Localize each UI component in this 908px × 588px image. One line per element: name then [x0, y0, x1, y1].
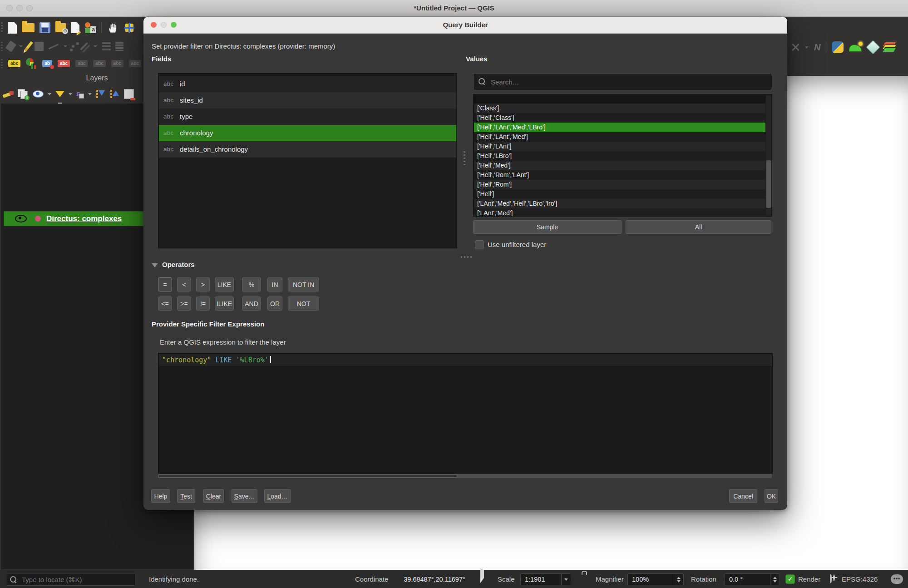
- new-project-icon[interactable]: [8, 22, 17, 34]
- magnifier-spin-buttons[interactable]: [674, 574, 683, 585]
- save-project-icon[interactable]: [39, 22, 50, 33]
- layer-visibility-icon[interactable]: [15, 215, 27, 222]
- op-and-button[interactable]: AND: [242, 296, 261, 311]
- op-ilike-button[interactable]: ILIKE: [215, 296, 234, 311]
- layer-styling-icon[interactable]: [2, 89, 14, 99]
- value-row[interactable]: ['Hell','Rom','LAnt']: [474, 170, 771, 180]
- scale-combobox[interactable]: [520, 573, 571, 585]
- value-row[interactable]: ['Hell','LAnt']: [474, 142, 771, 151]
- scale-dropdown[interactable]: [561, 574, 571, 585]
- toggle-editing-icon[interactable]: [27, 41, 30, 52]
- op-less-button[interactable]: <: [177, 277, 191, 292]
- scale-input[interactable]: [524, 574, 558, 584]
- remove-layer-icon[interactable]: [124, 89, 134, 99]
- clear-button[interactable]: Clear: [203, 489, 224, 503]
- rotation-spin-buttons[interactable]: [770, 574, 780, 585]
- value-row[interactable]: ['Hell','LBro']: [474, 151, 771, 161]
- field-row[interactable]: abcsites_id: [159, 92, 456, 109]
- zoom-full-icon[interactable]: [123, 22, 135, 34]
- layer-labeling-icon[interactable]: abc: [8, 60, 20, 67]
- use-unfiltered-checkbox[interactable]: [475, 240, 484, 249]
- expression-scrollbar[interactable]: [158, 474, 772, 478]
- value-row-selected[interactable]: ['Hell','LAnt','Med','LBro']: [474, 123, 771, 132]
- value-row[interactable]: ['Class']: [474, 104, 771, 113]
- value-row[interactable]: ['Hell','LAnt','Med']: [474, 132, 771, 142]
- expression-editor[interactable]: "chronology" LIKE '%LBro%': [158, 353, 773, 474]
- expand-all-icon[interactable]: [96, 89, 106, 99]
- messages-icon[interactable]: •••: [891, 574, 903, 584]
- locator-search[interactable]: [6, 573, 135, 586]
- locator-input[interactable]: [21, 574, 132, 584]
- processing-gem-icon[interactable]: [868, 42, 878, 52]
- op-like-button[interactable]: LIKE: [215, 277, 234, 292]
- values-scrollbar[interactable]: [765, 95, 771, 215]
- value-row[interactable]: ['Hell']: [474, 189, 771, 199]
- sample-button[interactable]: Sample: [473, 220, 622, 234]
- rotation-input[interactable]: [728, 574, 765, 584]
- collapse-all-icon[interactable]: [110, 89, 120, 99]
- value-row[interactable]: ['Hell','Rom']: [474, 180, 771, 189]
- layer-diagram-icon[interactable]: [26, 58, 37, 69]
- toolbar-handle[interactable]: [1, 59, 3, 68]
- highlight-labels-icon[interactable]: abc: [58, 60, 70, 67]
- magnifier-input[interactable]: [631, 574, 669, 584]
- mouse-tracking-icon[interactable]: [480, 570, 484, 578]
- expression-heading: Provider Specific Filter Expression: [152, 320, 264, 328]
- all-button[interactable]: All: [626, 220, 771, 234]
- op-or-button[interactable]: OR: [267, 296, 282, 311]
- map-layers-plugin-icon[interactable]: [883, 42, 896, 53]
- pin-labels-icon[interactable]: ab: [42, 60, 52, 67]
- value-row[interactable]: [474, 95, 771, 104]
- op-not-in-button[interactable]: NOT IN: [288, 277, 319, 292]
- field-row-selected[interactable]: abcchronology: [159, 125, 456, 141]
- op-neq-button[interactable]: !=: [196, 296, 210, 311]
- ok-button[interactable]: OK: [765, 489, 778, 503]
- magnifier-spinbox[interactable]: [627, 573, 684, 585]
- field-row[interactable]: abcdetails_on_chronology: [159, 141, 456, 158]
- python-console-icon[interactable]: [832, 41, 844, 53]
- values-search[interactable]: [473, 73, 772, 90]
- field-row[interactable]: abcid: [159, 76, 456, 92]
- op-gte-button[interactable]: >=: [177, 296, 191, 311]
- saga-plugin-icon[interactable]: [849, 42, 863, 53]
- op-percent-button[interactable]: %: [242, 277, 261, 292]
- symbology-icon[interactable]: a: [84, 22, 96, 34]
- op-greater-button[interactable]: >: [196, 277, 210, 292]
- layer-symbol-point[interactable]: [35, 216, 41, 222]
- op-in-button[interactable]: IN: [267, 277, 282, 292]
- value-row[interactable]: ['LAnt','Med','Hell','LBro','Iro']: [474, 199, 771, 208]
- value-row[interactable]: ['LAnt','Med']: [474, 208, 771, 217]
- value-row[interactable]: ['Hell','Class']: [474, 113, 771, 123]
- render-checkbox[interactable]: ✓: [785, 574, 795, 584]
- values-search-input[interactable]: [490, 74, 769, 89]
- chevron-down-icon: [48, 93, 51, 95]
- help-button[interactable]: Help: [151, 489, 170, 503]
- operators-collapse-icon[interactable]: [152, 263, 158, 267]
- splitter-handle-vertical[interactable]: [464, 151, 465, 165]
- value-row[interactable]: ['Hell','Med']: [474, 161, 771, 170]
- style-manager-icon[interactable]: [71, 22, 79, 33]
- op-lte-button[interactable]: <=: [158, 296, 172, 311]
- pan-map-icon[interactable]: [107, 22, 118, 34]
- crs-indicator[interactable]: EPSG:4326: [842, 570, 878, 588]
- op-not-button[interactable]: NOT: [288, 296, 319, 311]
- op-equals-button[interactable]: =: [158, 277, 172, 292]
- filter-legend-icon[interactable]: [55, 91, 64, 97]
- field-row[interactable]: abctype: [159, 109, 456, 125]
- toolbar-handle[interactable]: [1, 22, 3, 33]
- project-properties-icon[interactable]: ⚙: [55, 23, 66, 32]
- save-button[interactable]: Save…: [232, 489, 257, 503]
- cancel-button[interactable]: Cancel: [729, 489, 757, 503]
- globe-icon[interactable]: [830, 574, 832, 583]
- toolbar-handle[interactable]: [1, 42, 3, 51]
- expression-filter-icon[interactable]: ε: [76, 89, 84, 99]
- test-button[interactable]: Test: [177, 489, 195, 503]
- rotation-spinbox[interactable]: [725, 573, 780, 585]
- load-button[interactable]: Load…: [264, 489, 291, 503]
- map-themes-icon[interactable]: [33, 90, 44, 98]
- splitter-handle-horizontal[interactable]: [461, 256, 473, 258]
- open-project-icon[interactable]: [22, 23, 35, 32]
- add-group-icon[interactable]: +: [18, 89, 29, 99]
- coordinate-input[interactable]: [393, 573, 476, 585]
- layer-name[interactable]: Directus: complexes: [46, 214, 122, 223]
